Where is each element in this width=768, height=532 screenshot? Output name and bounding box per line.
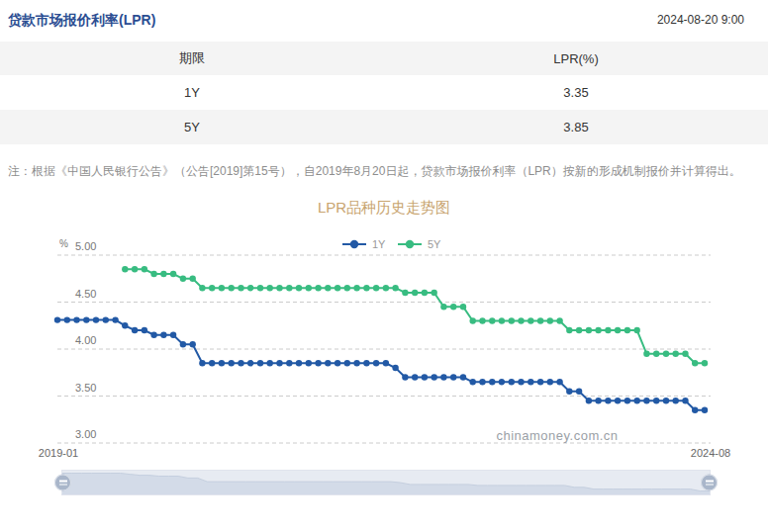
data-point-5y <box>673 351 679 357</box>
data-point-5y <box>170 271 176 277</box>
y-tick-label: 3.00 <box>75 428 96 440</box>
legend-label: 5Y <box>428 238 441 250</box>
datazoom-right-handle[interactable] <box>701 475 718 491</box>
data-point-1y <box>190 341 196 347</box>
data-point-5y <box>142 266 147 272</box>
data-point-5y <box>412 290 418 296</box>
x-axis-label-end: 2024-08 <box>691 447 730 459</box>
data-point-5y <box>190 276 196 282</box>
data-point-5y <box>363 285 369 291</box>
data-point-5y <box>576 327 582 333</box>
page-header: 贷款市场报价利率(LPR) 2024-08-20 9:00 <box>0 0 768 30</box>
data-point-5y <box>702 360 708 366</box>
data-point-1y <box>412 374 418 380</box>
data-point-5y <box>383 285 389 291</box>
data-point-1y <box>257 360 263 366</box>
data-point-5y <box>180 276 186 282</box>
data-point-1y <box>132 327 138 333</box>
data-point-5y <box>373 285 379 291</box>
data-point-1y <box>682 398 688 403</box>
data-point-5y <box>528 317 533 323</box>
data-point-5y <box>440 304 446 310</box>
chart-title: LPR品种历史走势图 <box>0 199 768 218</box>
data-point-5y <box>267 285 273 291</box>
column-header-term: 期限 <box>0 42 384 75</box>
data-point-1y <box>160 332 166 338</box>
data-point-1y <box>509 379 515 385</box>
datazoom-slider[interactable] <box>61 470 711 495</box>
data-point-1y <box>479 379 485 385</box>
data-point-1y <box>470 379 476 385</box>
data-point-5y <box>432 290 437 296</box>
data-point-5y <box>344 285 350 291</box>
y-tick-label: 5.00 <box>75 240 96 252</box>
data-point-5y <box>392 285 398 291</box>
datazoom-silhouette <box>62 471 710 494</box>
data-point-1y <box>73 317 79 323</box>
legend-item-5y[interactable]: 5Y <box>398 238 441 250</box>
data-point-1y <box>489 379 495 385</box>
data-point-5y <box>325 285 331 291</box>
data-point-1y <box>93 317 99 323</box>
data-point-5y <box>595 327 601 333</box>
data-point-5y <box>537 317 543 323</box>
y-tick-label: 4.50 <box>75 288 96 300</box>
data-point-1y <box>595 398 601 403</box>
data-point-1y <box>238 360 243 366</box>
legend-marker-dot <box>350 240 358 248</box>
table-row: 5Y 3.85 <box>0 110 768 144</box>
data-point-1y <box>460 374 466 380</box>
data-point-1y <box>276 360 282 366</box>
data-point-1y <box>383 360 389 366</box>
data-point-1y <box>643 398 649 403</box>
data-point-1y <box>112 317 118 323</box>
data-point-5y <box>499 317 505 323</box>
data-point-1y <box>199 360 205 366</box>
data-point-5y <box>296 285 302 291</box>
data-point-5y <box>450 304 456 310</box>
legend-item-1y[interactable]: 1Y <box>342 238 386 250</box>
datazoom-left-handle[interactable] <box>54 475 71 491</box>
data-point-5y <box>509 317 515 323</box>
data-point-1y <box>624 398 630 403</box>
y-tick-label: 3.50 <box>75 382 96 394</box>
table-row: 1Y 3.35 <box>0 75 768 110</box>
data-point-1y <box>663 398 669 403</box>
data-point-5y <box>315 285 321 291</box>
rate-5y: 3.85 <box>384 110 768 144</box>
data-point-1y <box>605 398 611 403</box>
table-header-row: 期限 LPR(%) <box>0 42 768 75</box>
data-point-5y <box>257 285 263 291</box>
data-point-5y <box>247 285 253 291</box>
data-point-1y <box>122 322 128 328</box>
data-point-1y <box>209 360 215 366</box>
y-axis-unit: % <box>59 238 68 249</box>
data-point-5y <box>229 285 235 291</box>
data-point-5y <box>663 351 669 357</box>
data-point-5y <box>518 317 524 323</box>
data-point-1y <box>344 360 350 366</box>
data-point-1y <box>402 374 408 380</box>
data-point-5y <box>219 285 225 291</box>
data-point-5y <box>335 285 340 291</box>
data-point-5y <box>470 317 476 323</box>
data-point-1y <box>180 341 186 347</box>
lpr-history-chart[interactable]: 5.004.504.003.503.00%1Y5Ychinamoney.com.… <box>0 222 768 465</box>
data-point-5y <box>653 351 659 357</box>
data-point-5y <box>422 290 428 296</box>
footnote: 注：根据《中国人民银行公告》（公告[2019]第15号），自2019年8月20日… <box>8 160 742 182</box>
data-point-5y <box>209 285 215 291</box>
data-point-5y <box>547 317 553 323</box>
data-point-1y <box>103 317 109 323</box>
data-point-1y <box>432 374 437 380</box>
data-point-5y <box>353 285 359 291</box>
data-point-5y <box>624 327 630 333</box>
legend-label: 1Y <box>372 238 386 250</box>
data-point-1y <box>54 317 60 323</box>
data-point-5y <box>643 351 649 357</box>
data-point-1y <box>325 360 331 366</box>
data-point-1y <box>150 332 156 338</box>
data-point-1y <box>586 398 592 403</box>
rate-1y: 3.35 <box>384 75 768 110</box>
data-point-5y <box>199 285 205 291</box>
